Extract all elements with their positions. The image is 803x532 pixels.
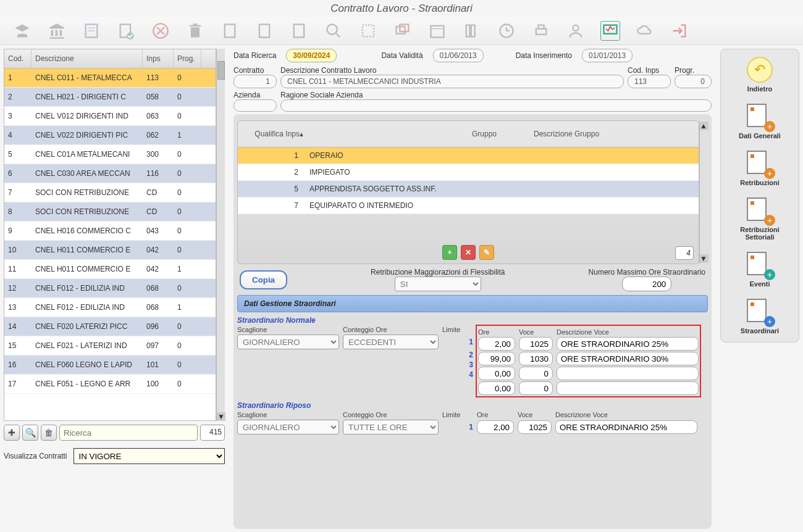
- ore-input-3[interactable]: [478, 367, 515, 380]
- add-row-button[interactable]: +: [442, 245, 457, 260]
- qual-row[interactable]: 2IMPIEGATO: [238, 164, 699, 181]
- nav-back[interactable]: ↶ Indietro: [747, 57, 773, 93]
- desc-voce-input-4[interactable]: [557, 381, 699, 395]
- scrollbar[interactable]: ▼: [216, 49, 225, 421]
- svg-point-11: [327, 25, 337, 35]
- col-prog[interactable]: Prog.: [174, 49, 201, 68]
- bank-icon[interactable]: [47, 21, 67, 41]
- voce-input-1[interactable]: [519, 337, 553, 351]
- person-icon[interactable]: [566, 21, 586, 41]
- printer-icon[interactable]: [531, 21, 551, 41]
- trash-icon[interactable]: [185, 21, 205, 41]
- cancel-icon[interactable]: [151, 21, 170, 41]
- retr-magg-select[interactable]: SI: [395, 276, 481, 291]
- delete-button[interactable]: 🗑: [41, 425, 57, 441]
- table-row[interactable]: 10CNEL H011 COMMERCIO E0420: [4, 241, 216, 260]
- table-row[interactable]: 8SOCI CON RETRIBUZIONECD0: [4, 202, 216, 222]
- calendar-icon[interactable]: [427, 21, 447, 41]
- search-input[interactable]: [59, 425, 198, 441]
- conteggio-select[interactable]: ECCEDENTI: [343, 335, 439, 349]
- azienda-label: Azienda: [233, 91, 277, 99]
- table-row[interactable]: 13CNEL F012 - EDILIZIA IND0681: [4, 298, 216, 317]
- nav-eventi[interactable]: + Eventi: [747, 252, 773, 288]
- table-row[interactable]: 3CNEL V012 DIRIGENTI IND0630: [4, 107, 216, 126]
- voce-input-2[interactable]: [519, 352, 553, 365]
- zoom-icon[interactable]: [324, 21, 343, 41]
- svg-rect-8: [225, 25, 235, 38]
- table-row[interactable]: 7SOCI CON RETRIBUZIONECD0: [4, 183, 216, 202]
- scaglione-select[interactable]: GIORNALIERO: [237, 335, 339, 349]
- doc1-icon[interactable]: [220, 21, 240, 41]
- azienda-field: [233, 99, 277, 112]
- ore-input-2[interactable]: [478, 352, 515, 365]
- voce-input-4[interactable]: [519, 381, 553, 395]
- table-row[interactable]: 1CNEL C011 - METALMECCA1130: [4, 69, 216, 88]
- add-button[interactable]: ✚: [4, 425, 20, 441]
- main-toolbar: [0, 17, 803, 45]
- copy-button[interactable]: Copia: [240, 270, 287, 289]
- nav-straordinari[interactable]: + Straordinari: [741, 299, 779, 335]
- ore-input-4[interactable]: [478, 381, 515, 395]
- data-ricerca-field[interactable]: 30/09/2024: [286, 49, 337, 62]
- col-inps[interactable]: Inps: [143, 49, 174, 68]
- data-inserimento-label: Data Inserimento: [516, 51, 572, 60]
- table-row[interactable]: 9CNEL H016 COMMERCIO C0430: [4, 222, 216, 241]
- table-row[interactable]: 6CNEL C030 AREA MECCAN1160: [4, 164, 216, 183]
- books-icon[interactable]: [462, 21, 482, 41]
- col-qualifica[interactable]: Qualifica Inps▴: [243, 126, 311, 142]
- desc-voce-input-2[interactable]: [557, 352, 699, 365]
- table-row[interactable]: 15CNEL F021 - LATERIZI IND0970: [4, 336, 216, 355]
- remove-row-button[interactable]: ✕: [461, 245, 476, 260]
- group-icon[interactable]: [358, 21, 378, 41]
- doc3-icon[interactable]: [289, 21, 309, 41]
- qual-scrollbar[interactable]: ▲ ▼: [699, 120, 708, 264]
- table-row[interactable]: 16CNEL F060 LEGNO E LAPID1010: [4, 355, 216, 375]
- qual-row[interactable]: 5APPRENDISTA SOGGETTO ASS.INF.: [238, 181, 699, 197]
- viz-select[interactable]: IN VIGORE: [74, 448, 225, 464]
- qual-row[interactable]: 1OPERAIO: [238, 148, 699, 164]
- table-row[interactable]: 2CNEL H021 - DIRIGENTI C0580: [4, 88, 216, 107]
- col-gruppo[interactable]: Gruppo: [468, 126, 530, 142]
- document-icon[interactable]: [82, 21, 101, 41]
- svg-rect-13: [363, 25, 374, 37]
- table-row[interactable]: 12CNEL F012 - EDILIZIA IND0680: [4, 279, 216, 298]
- svg-rect-18: [466, 25, 470, 37]
- col-desc[interactable]: Descrizione: [32, 49, 143, 68]
- desc-voce-input-3[interactable]: [557, 367, 699, 380]
- contratto-num: 1: [233, 75, 277, 88]
- monitor-icon[interactable]: [600, 21, 620, 41]
- windows-icon[interactable]: [393, 21, 413, 41]
- rip-desc-1[interactable]: [555, 420, 697, 434]
- student-icon[interactable]: [12, 21, 32, 41]
- exit-icon[interactable]: [670, 21, 689, 41]
- plus-badge-icon: +: [764, 269, 775, 280]
- col-desc-gruppo[interactable]: Descrizione Gruppo: [530, 126, 694, 142]
- qual-row[interactable]: 7EQUIPARATO O INTERMEDIO: [238, 197, 699, 214]
- scaglione-rip-select[interactable]: GIORNALIERO: [237, 420, 339, 434]
- conteggio-rip-select[interactable]: TUTTE LE ORE: [343, 420, 439, 434]
- svg-rect-19: [471, 25, 475, 37]
- col-cod[interactable]: Cod.: [4, 49, 32, 68]
- nav-retribuzioni[interactable]: + Retribuzioni: [740, 151, 780, 186]
- table-row[interactable]: 5CNEL C01A METALMECANI3000: [4, 145, 216, 164]
- max-ore-input[interactable]: [622, 276, 671, 291]
- table-row[interactable]: 4CNEL V022 DIRIGENTI PIC0621: [4, 126, 216, 145]
- desc-voce-input-1[interactable]: [557, 337, 699, 351]
- ore-input-1[interactable]: [478, 337, 515, 351]
- qual-count: 4: [675, 246, 694, 260]
- rip-ore-1[interactable]: [477, 420, 514, 434]
- nav-dati-generali[interactable]: + Dati Generali: [739, 104, 781, 139]
- svg-rect-10: [294, 25, 304, 38]
- table-row[interactable]: 11CNEL H011 COMMERCIO E0421: [4, 260, 216, 279]
- search-button[interactable]: 🔍: [22, 425, 38, 441]
- nav-retribuzioni-settoriali[interactable]: + RetribuzioniSettoriali: [740, 197, 780, 241]
- cloud-icon[interactable]: [635, 21, 655, 41]
- table-row[interactable]: 17CNEL F051 - LEGNO E ARR1000: [4, 375, 216, 394]
- edit-row-button[interactable]: ✎: [479, 245, 494, 260]
- rip-voce-1[interactable]: [518, 420, 552, 434]
- clock-icon[interactable]: [497, 21, 516, 41]
- table-row[interactable]: 14CNEL F020 LATERIZI PICC0960: [4, 317, 216, 336]
- doc2-icon[interactable]: [254, 21, 274, 41]
- check-doc-icon[interactable]: [116, 21, 136, 41]
- voce-input-3[interactable]: [519, 367, 553, 380]
